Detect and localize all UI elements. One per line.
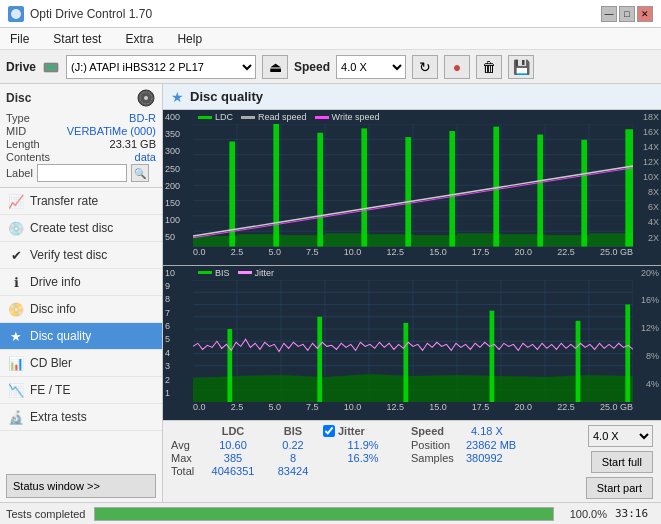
svg-point-4 [144, 96, 148, 100]
svg-rect-44 [625, 129, 633, 246]
disc-label-input[interactable] [37, 164, 127, 182]
avg-label: Avg [171, 439, 203, 451]
stats-ldc-max: 385 [203, 452, 263, 464]
svg-rect-36 [273, 124, 279, 247]
svg-rect-41 [493, 127, 499, 247]
svg-rect-43 [581, 140, 587, 247]
bis-chart-svg [193, 280, 633, 403]
refresh-button[interactable]: ↻ [412, 55, 438, 79]
extra-tests-icon: 🔬 [8, 409, 24, 425]
menu-help[interactable]: Help [171, 30, 208, 48]
ldc-chart: 400 350 300 250 200 150 100 50 18X 16X 1… [163, 110, 661, 266]
minimize-button[interactable]: — [601, 6, 617, 22]
label-search-button[interactable]: 🔍 [131, 164, 149, 182]
stats-max-row: Max 385 8 16.3% Samples 380992 [171, 452, 578, 464]
disc-section-title: Disc [6, 91, 31, 105]
samples-label: Samples [411, 452, 466, 464]
stats-jitter-max: 16.3% [323, 452, 403, 464]
delete-button[interactable]: 🗑 [476, 55, 502, 79]
svg-rect-38 [361, 128, 367, 246]
stats-ldc-header: LDC [203, 425, 263, 437]
disc-mid-value: VERBATiMe (000) [67, 125, 156, 137]
menu-file[interactable]: File [4, 30, 35, 48]
jitter-checkbox[interactable] [323, 425, 335, 437]
sidebar-item-transfer-rate-label: Transfer rate [30, 194, 98, 208]
speed-label: Speed [294, 60, 330, 74]
sidebar-item-fe-te[interactable]: 📉 FE / TE [0, 377, 162, 404]
menu-bar: File Start test Extra Help [0, 28, 661, 50]
disc-label-label: Label [6, 167, 33, 179]
bis-yaxis-right: 20% 16% 12% 8% 4% [633, 266, 661, 401]
title-bar-controls: — □ ✕ [601, 6, 653, 22]
status-window-label: Status window >> [13, 480, 100, 492]
stats-bis-total: 83424 [263, 465, 323, 477]
ldc-legend-write: Write speed [315, 112, 380, 122]
eject-button[interactable]: ⏏ [262, 55, 288, 79]
transfer-rate-icon: 📈 [8, 193, 24, 209]
test-speed-selector[interactable]: 4.0 X [588, 425, 653, 447]
stats-bis-avg: 0.22 [263, 439, 323, 451]
disc-length-row: Length 23.31 GB [6, 138, 156, 150]
svg-marker-66 [193, 373, 633, 402]
disc-info-icon: 📀 [8, 301, 24, 317]
menu-start-test[interactable]: Start test [47, 30, 107, 48]
progress-percent: 100.0% [562, 508, 607, 520]
content-header: ★ Disc quality [163, 84, 661, 110]
save-button[interactable]: 💾 [508, 55, 534, 79]
sidebar-item-transfer-rate[interactable]: 📈 Transfer rate [0, 188, 162, 215]
bis-yaxis-left: 10 9 8 7 6 5 4 3 2 1 [163, 266, 193, 401]
bis-legend-jitter: Jitter [238, 268, 275, 278]
ldc-yaxis-right: 18X 16X 14X 12X 10X 8X 6X 4X 2X [633, 110, 661, 245]
bis-xaxis: 0.0 2.5 5.0 7.5 10.0 12.5 15.0 17.5 20.0… [193, 400, 633, 420]
menu-extra[interactable]: Extra [119, 30, 159, 48]
svg-rect-67 [227, 329, 232, 403]
content-header-icon: ★ [171, 89, 184, 105]
stats-samples-val: 380992 [466, 452, 503, 464]
sidebar-item-drive-info[interactable]: ℹ Drive info [0, 269, 162, 296]
title-bar-left: Opti Drive Control 1.70 [8, 6, 152, 22]
sidebar-item-disc-info[interactable]: 📀 Disc info [0, 296, 162, 323]
sidebar-item-extra-tests[interactable]: 🔬 Extra tests [0, 404, 162, 431]
svg-rect-72 [625, 304, 630, 402]
svg-rect-70 [490, 310, 495, 402]
sidebar-item-create-test-disc-label: Create test disc [30, 221, 113, 235]
disc-mid-row: MID VERBATiMe (000) [6, 125, 156, 137]
ldc-legend-ldc: LDC [198, 112, 233, 122]
disc-contents-row: Contents data [6, 151, 156, 163]
svg-rect-42 [537, 135, 543, 247]
sidebar-item-verify-test-disc[interactable]: ✔ Verify test disc [0, 242, 162, 269]
drive-label: Drive [6, 60, 36, 74]
stats-right-controls: 4.0 X Start full Start part [586, 425, 653, 499]
disc-contents-label: Contents [6, 151, 50, 163]
sidebar-item-extra-tests-label: Extra tests [30, 410, 87, 424]
burn-button[interactable]: ● [444, 55, 470, 79]
drive-icon [42, 58, 60, 76]
ldc-chart-svg [193, 124, 633, 247]
close-button[interactable]: ✕ [637, 6, 653, 22]
sidebar-item-cd-bler[interactable]: 📊 CD Bler [0, 350, 162, 377]
sidebar-item-create-test-disc[interactable]: 💿 Create test disc [0, 215, 162, 242]
start-full-button[interactable]: Start full [591, 451, 653, 473]
ldc-chart-legend: LDC Read speed Write speed [198, 112, 379, 122]
start-part-button[interactable]: Start part [586, 477, 653, 499]
status-bar: Tests completed 100.0% 33:16 [0, 502, 661, 524]
sidebar-item-disc-quality[interactable]: ★ Disc quality [0, 323, 162, 350]
app-icon [8, 6, 24, 22]
drive-selector[interactable]: (J:) ATAPI iHBS312 2 PL17 [66, 55, 256, 79]
ldc-legend-ldc-label: LDC [215, 112, 233, 122]
status-window-button[interactable]: Status window >> [6, 474, 156, 498]
disc-type-label: Type [6, 112, 30, 124]
bis-legend-bis-color [198, 271, 212, 274]
sidebar-item-drive-info-label: Drive info [30, 275, 81, 289]
maximize-button[interactable]: □ [619, 6, 635, 22]
speed-selector[interactable]: 4.0 X [336, 55, 406, 79]
time-display: 33:16 [615, 507, 655, 520]
stats-table: LDC BIS Jitter Speed 4.18 X Avg 10.60 0.… [171, 425, 578, 478]
stats-bis-max: 8 [263, 452, 323, 464]
ldc-yaxis-left: 400 350 300 250 200 150 100 50 [163, 110, 193, 245]
svg-rect-69 [403, 322, 408, 402]
stats-speed-header: Speed [411, 425, 471, 437]
bis-legend-bis-label: BIS [215, 268, 230, 278]
svg-point-0 [11, 9, 21, 19]
disc-length-label: Length [6, 138, 40, 150]
